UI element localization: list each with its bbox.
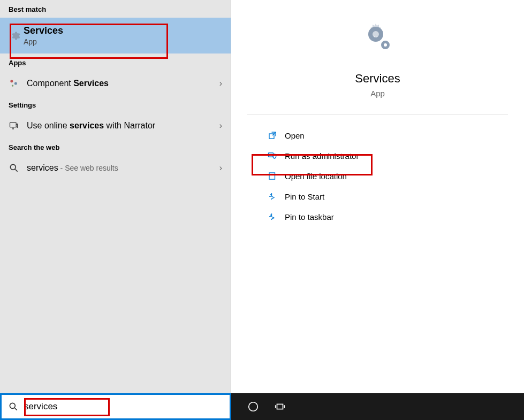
svg-point-10 <box>249 402 258 411</box>
folder-icon <box>268 171 277 181</box>
chevron-right-icon: › <box>219 79 222 88</box>
task-view-icon <box>274 401 286 413</box>
result-narrator-services[interactable]: Use online services with Narrator › <box>0 113 231 138</box>
svg-point-6 <box>384 43 387 47</box>
section-best-match: Best match <box>0 0 231 18</box>
result-web-search[interactable]: services - See web results › <box>0 156 231 180</box>
gear-icon <box>10 30 20 41</box>
cortana-button[interactable] <box>240 393 267 420</box>
action-pin-start[interactable]: Pin to Start <box>247 186 508 207</box>
svg-point-0 <box>10 80 13 82</box>
web-item-text: services - See web results <box>27 163 118 173</box>
pin-icon <box>268 192 277 201</box>
apps-item-text: Component Services <box>27 79 109 88</box>
action-pin-taskbar[interactable]: Pin to taskbar <box>247 207 508 227</box>
svg-point-9 <box>10 403 15 408</box>
search-box[interactable] <box>0 393 231 420</box>
pin-taskbar-icon <box>268 212 277 222</box>
search-results-panel: Best match Services App Apps Component S… <box>0 0 231 393</box>
result-component-services[interactable]: Component Services › <box>0 71 231 96</box>
section-settings: Settings <box>0 96 231 113</box>
action-open[interactable]: Open <box>247 125 508 146</box>
svg-point-2 <box>12 85 13 87</box>
details-subtitle: App <box>247 89 508 98</box>
chevron-right-icon: › <box>219 163 222 173</box>
chevron-right-icon: › <box>219 121 222 131</box>
search-input[interactable] <box>24 401 223 412</box>
action-file-location[interactable]: Open file location <box>247 166 508 186</box>
result-title: Services <box>24 25 63 36</box>
section-web: Search the web <box>0 138 231 156</box>
open-icon <box>268 131 277 140</box>
result-services-app[interactable]: Services App <box>0 18 231 54</box>
cortana-icon <box>247 401 259 413</box>
svg-rect-3 <box>10 123 17 127</box>
divider <box>247 114 508 114</box>
search-icon <box>9 163 19 173</box>
search-icon <box>8 401 19 412</box>
component-icon <box>9 78 19 89</box>
details-title: Services <box>247 72 508 86</box>
details-panel: Services App Open Run as administrator O… <box>231 0 524 393</box>
svg-point-1 <box>14 82 17 85</box>
settings-item-text: Use online services with Narrator <box>27 121 155 131</box>
svg-rect-11 <box>277 404 283 409</box>
svg-point-4 <box>10 164 16 170</box>
monitor-icon <box>9 120 19 131</box>
admin-shield-icon <box>268 151 277 161</box>
taskbar <box>0 393 524 420</box>
gears-icon <box>361 21 395 56</box>
action-run-admin[interactable]: Run as administrator <box>247 146 508 166</box>
task-view-button[interactable] <box>267 393 293 420</box>
result-subtitle: App <box>24 37 63 46</box>
section-apps: Apps <box>0 54 231 71</box>
